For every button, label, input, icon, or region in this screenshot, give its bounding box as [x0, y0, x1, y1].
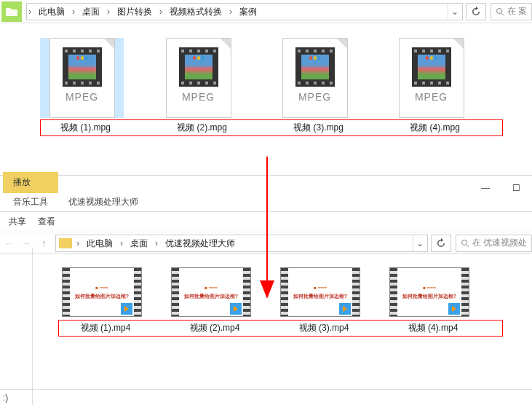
- ribbon-music-tools[interactable]: 音乐工具: [3, 193, 58, 211]
- explorer-window-2: 播放 音乐工具 优速视频处理大师 共享 查看 ← → ↑ › 此电脑 › 桌面 …: [0, 175, 532, 405]
- file-name[interactable]: 视频 (4).mpg: [393, 122, 477, 134]
- file-name[interactable]: 视频 (4).mp4: [389, 322, 477, 334]
- file-grid-top: MPEG MPEG MPEG MPEG 视频 (1).m: [0, 23, 532, 143]
- breadcrumb[interactable]: › 此电脑 › 桌面 › 图片转换 › 视频格式转换 › 案例 ⌄: [26, 3, 463, 20]
- play-icon: [121, 303, 132, 315]
- toolbar: 共享 查看: [0, 212, 532, 232]
- chevron-right-icon: ›: [119, 238, 124, 248]
- play-icon: [230, 303, 242, 315]
- mpeg-file-icon: MPEG: [166, 38, 231, 118]
- file-item[interactable]: ■ ━━━ 如何批量给图片加边框?: [58, 267, 146, 317]
- crumb-folder1[interactable]: 图片转换: [111, 4, 158, 20]
- chevron-right-icon[interactable]: ›: [75, 238, 81, 248]
- file-item[interactable]: MPEG: [156, 38, 240, 118]
- chevron-right-icon: ›: [228, 7, 234, 17]
- status-bar: :): [0, 389, 532, 405]
- mpeg-file-icon: MPEG: [399, 38, 464, 118]
- file-name[interactable]: 视频 (1).mpg: [44, 122, 127, 134]
- mpeg-file-icon: MPEG: [282, 38, 348, 118]
- window-title: 优速视频处理大师: [61, 193, 146, 211]
- file-item[interactable]: ■ ━━━ 如何批量给图片加边框?: [386, 267, 473, 317]
- nav-bar: ← → ↑ › 此电脑 › 桌面 › 优速视频处理大师 ⌄ 在 优速视频处: [0, 232, 532, 254]
- file-item[interactable]: MPEG: [389, 38, 473, 118]
- sidebar-divider: [32, 248, 33, 405]
- file-name[interactable]: 视频 (3).mpg: [277, 122, 360, 134]
- ribbon: 播放 音乐工具 优速视频处理大师: [0, 176, 532, 212]
- view-button[interactable]: 查看: [35, 214, 58, 229]
- svg-point-2: [461, 240, 467, 245]
- file-name[interactable]: 视频 (2).mp4: [171, 322, 258, 334]
- search-icon: [461, 239, 469, 248]
- crumb-folder2[interactable]: 视频格式转换: [164, 4, 228, 20]
- crumb-pc[interactable]: 此电脑: [81, 235, 119, 251]
- file-item[interactable]: ■ ━━━ 如何批量给图片加边框?: [277, 267, 364, 317]
- search-box[interactable]: 在 优速视频处: [456, 235, 532, 252]
- refresh-icon: [471, 7, 481, 17]
- video-thumbnail: ■ ━━━ 如何批量给图片加边框?: [171, 267, 251, 317]
- file-name[interactable]: 视频 (3).mp4: [280, 322, 368, 334]
- svg-line-1: [501, 13, 504, 15]
- breadcrumb-dropdown-icon[interactable]: ⌄: [413, 235, 427, 251]
- crumb-desktop[interactable]: 桌面: [124, 235, 154, 251]
- search-placeholder: 在 案: [507, 5, 527, 17]
- file-item[interactable]: MPEG: [273, 38, 357, 118]
- file-name[interactable]: 视频 (1).mp4: [62, 322, 149, 334]
- folder-icon[interactable]: [1, 1, 22, 22]
- status-text: :): [3, 393, 8, 403]
- share-button[interactable]: 共享: [6, 214, 29, 229]
- search-placeholder: 在 优速视频处: [472, 237, 527, 249]
- chevron-right-icon: ›: [71, 7, 76, 17]
- chevron-right-icon[interactable]: ›: [27, 7, 33, 17]
- top-address-bar: › 此电脑 › 桌面 › 图片转换 › 视频格式转换 › 案例 ⌄ 在 案: [0, 0, 532, 23]
- breadcrumb[interactable]: › 此电脑 › 桌面 › 优速视频处理大师 ⌄: [55, 235, 428, 252]
- crumb-desktop[interactable]: 桌面: [76, 4, 106, 20]
- file-grid-bottom: ■ ━━━ 如何批量给图片加边框? ■ ━━━ 如何批量给图片加边框? ■ ━━…: [0, 254, 532, 344]
- play-icon: [448, 303, 460, 315]
- up-button[interactable]: ↑: [35, 235, 52, 252]
- file-item[interactable]: ■ ━━━ 如何批量给图片加边框?: [167, 267, 255, 317]
- back-button[interactable]: ←: [0, 235, 17, 252]
- refresh-button[interactable]: [431, 235, 451, 252]
- refresh-icon: [436, 238, 446, 248]
- svg-line-3: [467, 245, 469, 247]
- video-thumbnail: ■ ━━━ 如何批量给图片加边框?: [62, 267, 142, 317]
- mpeg-file-icon: MPEG: [49, 38, 115, 118]
- minimize-button[interactable]: —: [475, 181, 496, 195]
- window-controls: — ☐: [475, 181, 526, 195]
- play-icon: [339, 303, 351, 315]
- chevron-right-icon: ›: [106, 7, 111, 17]
- highlight-box: 视频 (1).mp4 视频 (2).mp4 视频 (3).mp4 视频 (4).…: [58, 320, 503, 337]
- chevron-right-icon: ›: [154, 238, 159, 248]
- refresh-button[interactable]: [466, 3, 486, 20]
- crumb-folder3[interactable]: 案例: [234, 4, 263, 20]
- svg-point-0: [496, 8, 501, 13]
- file-name[interactable]: 视频 (2).mpg: [160, 122, 244, 134]
- crumb-app[interactable]: 优速视频处理大师: [159, 235, 241, 251]
- breadcrumb-dropdown-icon[interactable]: ⌄: [448, 4, 462, 20]
- crumb-pc[interactable]: 此电脑: [33, 4, 71, 20]
- folder-glyph: [5, 7, 18, 17]
- highlight-box: 视频 (1).mpg 视频 (2).mpg 视频 (3).mpg 视频 (4).…: [40, 119, 503, 136]
- search-icon: [496, 7, 504, 16]
- video-thumbnail: ■ ━━━ 如何批量给图片加边框?: [280, 267, 360, 317]
- maximize-button[interactable]: ☐: [506, 181, 526, 195]
- folder-icon: [59, 238, 72, 248]
- chevron-right-icon: ›: [158, 7, 164, 17]
- ribbon-tab-play[interactable]: 播放: [3, 172, 58, 193]
- file-item[interactable]: MPEG: [40, 38, 124, 118]
- search-box[interactable]: 在 案: [491, 3, 532, 20]
- video-thumbnail: ■ ━━━ 如何批量给图片加边框?: [389, 267, 469, 317]
